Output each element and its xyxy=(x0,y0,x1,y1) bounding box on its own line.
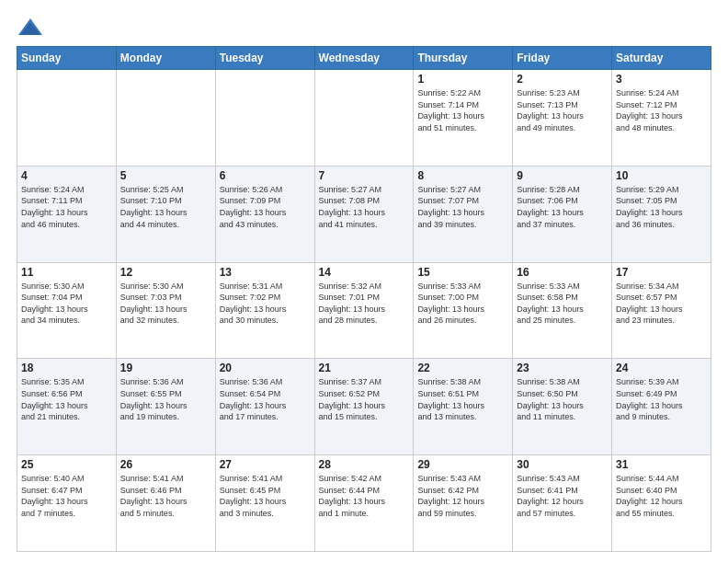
day-info: Sunrise: 5:36 AM Sunset: 6:54 PM Dayligh… xyxy=(220,376,311,422)
calendar-cell: 6Sunrise: 5:26 AM Sunset: 7:09 PM Daylig… xyxy=(215,166,314,262)
day-number: 7 xyxy=(319,169,410,182)
calendar-cell: 14Sunrise: 5:32 AM Sunset: 7:01 PM Dayli… xyxy=(314,262,414,359)
day-info: Sunrise: 5:37 AM Sunset: 6:52 PM Dayligh… xyxy=(319,376,410,422)
weekday-header: Sunday xyxy=(17,47,117,70)
calendar-cell: 9Sunrise: 5:28 AM Sunset: 7:06 PM Daylig… xyxy=(513,166,612,262)
day-number: 24 xyxy=(616,362,707,374)
day-number: 13 xyxy=(220,266,311,279)
day-number: 14 xyxy=(319,266,410,279)
calendar-week-row: 11Sunrise: 5:30 AM Sunset: 7:04 PM Dayli… xyxy=(17,262,711,359)
calendar-cell: 13Sunrise: 5:31 AM Sunset: 7:02 PM Dayli… xyxy=(215,262,314,359)
calendar-cell xyxy=(314,70,414,167)
calendar-cell: 5Sunrise: 5:25 AM Sunset: 7:10 PM Daylig… xyxy=(116,166,215,262)
day-number: 22 xyxy=(417,362,508,374)
day-number: 1 xyxy=(417,73,508,86)
calendar-week-row: 4Sunrise: 5:24 AM Sunset: 7:11 PM Daylig… xyxy=(17,166,711,262)
weekday-header: Saturday xyxy=(612,47,711,70)
day-number: 18 xyxy=(21,362,112,374)
day-number: 12 xyxy=(120,266,211,279)
calendar-cell: 26Sunrise: 5:41 AM Sunset: 6:46 PM Dayli… xyxy=(116,455,215,552)
day-number: 4 xyxy=(21,169,112,182)
day-number: 28 xyxy=(319,458,410,471)
calendar-cell: 22Sunrise: 5:38 AM Sunset: 6:51 PM Dayli… xyxy=(414,359,513,455)
day-info: Sunrise: 5:43 AM Sunset: 6:42 PM Dayligh… xyxy=(417,473,508,519)
weekday-header: Wednesday xyxy=(314,47,414,70)
day-info: Sunrise: 5:36 AM Sunset: 6:55 PM Dayligh… xyxy=(120,376,211,422)
calendar-cell: 23Sunrise: 5:38 AM Sunset: 6:50 PM Dayli… xyxy=(513,359,612,455)
day-number: 31 xyxy=(616,458,707,471)
calendar-cell: 4Sunrise: 5:24 AM Sunset: 7:11 PM Daylig… xyxy=(17,166,117,262)
day-number: 30 xyxy=(517,458,608,471)
day-info: Sunrise: 5:40 AM Sunset: 6:47 PM Dayligh… xyxy=(21,473,112,519)
day-number: 8 xyxy=(417,169,508,182)
calendar-cell xyxy=(215,70,314,167)
day-number: 2 xyxy=(517,73,608,86)
day-info: Sunrise: 5:38 AM Sunset: 6:50 PM Dayligh… xyxy=(517,376,608,422)
day-info: Sunrise: 5:43 AM Sunset: 6:41 PM Dayligh… xyxy=(517,473,608,519)
logo-icon xyxy=(17,17,44,39)
day-info: Sunrise: 5:32 AM Sunset: 7:01 PM Dayligh… xyxy=(319,281,410,327)
calendar-cell: 19Sunrise: 5:36 AM Sunset: 6:55 PM Dayli… xyxy=(116,359,215,455)
calendar-cell: 15Sunrise: 5:33 AM Sunset: 7:00 PM Dayli… xyxy=(414,262,513,359)
day-number: 16 xyxy=(517,266,608,279)
calendar-cell: 21Sunrise: 5:37 AM Sunset: 6:52 PM Dayli… xyxy=(314,359,414,455)
calendar-cell: 8Sunrise: 5:27 AM Sunset: 7:07 PM Daylig… xyxy=(414,166,513,262)
calendar-cell: 10Sunrise: 5:29 AM Sunset: 7:05 PM Dayli… xyxy=(612,166,711,262)
day-number: 26 xyxy=(120,458,211,471)
day-number: 15 xyxy=(417,266,508,279)
day-info: Sunrise: 5:28 AM Sunset: 7:06 PM Dayligh… xyxy=(517,184,608,230)
day-info: Sunrise: 5:44 AM Sunset: 6:40 PM Dayligh… xyxy=(616,473,707,519)
calendar-week-row: 25Sunrise: 5:40 AM Sunset: 6:47 PM Dayli… xyxy=(17,455,711,552)
day-info: Sunrise: 5:30 AM Sunset: 7:04 PM Dayligh… xyxy=(21,281,112,327)
day-info: Sunrise: 5:35 AM Sunset: 6:56 PM Dayligh… xyxy=(21,376,112,422)
calendar-cell: 12Sunrise: 5:30 AM Sunset: 7:03 PM Dayli… xyxy=(116,262,215,359)
page: SundayMondayTuesdayWednesdayThursdayFrid… xyxy=(0,0,728,563)
calendar-week-row: 1Sunrise: 5:22 AM Sunset: 7:14 PM Daylig… xyxy=(17,70,711,167)
day-number: 27 xyxy=(220,458,311,471)
calendar-cell: 29Sunrise: 5:43 AM Sunset: 6:42 PM Dayli… xyxy=(414,455,513,552)
day-number: 29 xyxy=(417,458,508,471)
day-info: Sunrise: 5:22 AM Sunset: 7:14 PM Dayligh… xyxy=(417,87,508,133)
weekday-header: Monday xyxy=(116,47,215,70)
weekday-header: Tuesday xyxy=(215,47,314,70)
calendar-cell: 25Sunrise: 5:40 AM Sunset: 6:47 PM Dayli… xyxy=(17,455,117,552)
day-info: Sunrise: 5:39 AM Sunset: 6:49 PM Dayligh… xyxy=(616,376,707,422)
header xyxy=(17,17,711,39)
day-info: Sunrise: 5:30 AM Sunset: 7:03 PM Dayligh… xyxy=(120,281,211,327)
calendar-cell: 31Sunrise: 5:44 AM Sunset: 6:40 PM Dayli… xyxy=(612,455,711,552)
day-info: Sunrise: 5:26 AM Sunset: 7:09 PM Dayligh… xyxy=(220,184,311,230)
calendar-cell: 28Sunrise: 5:42 AM Sunset: 6:44 PM Dayli… xyxy=(314,455,414,552)
day-number: 23 xyxy=(517,362,608,374)
day-info: Sunrise: 5:29 AM Sunset: 7:05 PM Dayligh… xyxy=(616,184,707,230)
day-info: Sunrise: 5:38 AM Sunset: 6:51 PM Dayligh… xyxy=(417,376,508,422)
day-info: Sunrise: 5:27 AM Sunset: 7:07 PM Dayligh… xyxy=(417,184,508,230)
calendar-cell: 11Sunrise: 5:30 AM Sunset: 7:04 PM Dayli… xyxy=(17,262,117,359)
day-info: Sunrise: 5:23 AM Sunset: 7:13 PM Dayligh… xyxy=(517,87,608,133)
calendar-cell: 20Sunrise: 5:36 AM Sunset: 6:54 PM Dayli… xyxy=(215,359,314,455)
calendar-header-row: SundayMondayTuesdayWednesdayThursdayFrid… xyxy=(17,47,711,70)
calendar-cell: 30Sunrise: 5:43 AM Sunset: 6:41 PM Dayli… xyxy=(513,455,612,552)
day-info: Sunrise: 5:27 AM Sunset: 7:08 PM Dayligh… xyxy=(319,184,410,230)
calendar-cell: 27Sunrise: 5:41 AM Sunset: 6:45 PM Dayli… xyxy=(215,455,314,552)
day-info: Sunrise: 5:24 AM Sunset: 7:12 PM Dayligh… xyxy=(616,87,707,133)
day-info: Sunrise: 5:34 AM Sunset: 6:57 PM Dayligh… xyxy=(616,281,707,327)
calendar-cell xyxy=(116,70,215,167)
day-info: Sunrise: 5:41 AM Sunset: 6:45 PM Dayligh… xyxy=(220,473,311,519)
weekday-header: Friday xyxy=(513,47,612,70)
day-number: 25 xyxy=(21,458,112,471)
day-number: 21 xyxy=(319,362,410,374)
day-number: 11 xyxy=(21,266,112,279)
calendar-cell: 3Sunrise: 5:24 AM Sunset: 7:12 PM Daylig… xyxy=(612,70,711,167)
calendar-cell: 2Sunrise: 5:23 AM Sunset: 7:13 PM Daylig… xyxy=(513,70,612,167)
logo xyxy=(17,17,46,39)
day-info: Sunrise: 5:41 AM Sunset: 6:46 PM Dayligh… xyxy=(120,473,211,519)
day-number: 17 xyxy=(616,266,707,279)
day-info: Sunrise: 5:25 AM Sunset: 7:10 PM Dayligh… xyxy=(120,184,211,230)
day-info: Sunrise: 5:33 AM Sunset: 7:00 PM Dayligh… xyxy=(417,281,508,327)
day-number: 10 xyxy=(616,169,707,182)
calendar-table: SundayMondayTuesdayWednesdayThursdayFrid… xyxy=(17,46,711,552)
day-info: Sunrise: 5:33 AM Sunset: 6:58 PM Dayligh… xyxy=(517,281,608,327)
calendar-cell: 17Sunrise: 5:34 AM Sunset: 6:57 PM Dayli… xyxy=(612,262,711,359)
day-info: Sunrise: 5:42 AM Sunset: 6:44 PM Dayligh… xyxy=(319,473,410,519)
day-number: 5 xyxy=(120,169,211,182)
